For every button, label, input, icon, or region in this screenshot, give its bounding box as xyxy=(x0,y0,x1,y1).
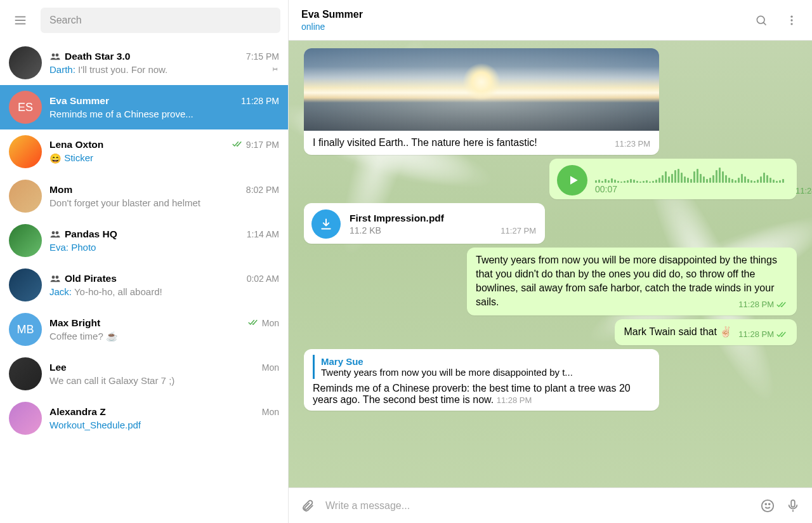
search-input[interactable] xyxy=(49,15,272,26)
paperclip-icon xyxy=(301,499,315,513)
avatar xyxy=(9,180,42,213)
avatar xyxy=(9,402,42,435)
message-voice[interactable]: 00:07 11:24 PM xyxy=(549,159,797,199)
sidebar-top xyxy=(0,0,288,41)
message-time: 11:28 PM xyxy=(497,395,532,405)
mic-button[interactable] xyxy=(785,498,801,513)
more-button[interactable] xyxy=(784,13,799,28)
svg-point-15 xyxy=(765,503,766,505)
chat-item[interactable]: LeeMonWe can call it Galaxy Star 7 ;) xyxy=(0,352,288,396)
chat-name: Max Bright xyxy=(49,317,100,329)
smile-icon xyxy=(761,499,775,513)
search-chat-button[interactable] xyxy=(754,13,769,28)
avatar xyxy=(9,268,42,301)
chat-item[interactable]: Lena Oxton9:17 PM😄 Sticker xyxy=(0,129,288,174)
chat-item[interactable]: Death Star 3.07:15 PMDarth: I'll trust y… xyxy=(0,41,288,85)
message-time: 11:28 PM xyxy=(738,329,774,340)
svg-point-4 xyxy=(56,53,59,56)
header-info[interactable]: Eva Summer online xyxy=(301,9,754,32)
emoji-button[interactable] xyxy=(760,498,775,513)
chat-preview: Workout_Shedule.pdf xyxy=(49,420,141,430)
file-download-button[interactable] xyxy=(311,209,341,239)
chat-item[interactable]: Alexandra ZMonWorkout_Shedule.pdf xyxy=(0,396,288,440)
read-checks-icon xyxy=(776,301,788,308)
svg-point-8 xyxy=(56,275,59,279)
chat-list[interactable]: Death Star 3.07:15 PMDarth: I'll trust y… xyxy=(0,41,288,523)
chat-name: Lena Oxton xyxy=(49,139,103,150)
avatar: ES xyxy=(9,91,42,124)
search-icon xyxy=(755,14,768,27)
read-checks-icon xyxy=(248,317,259,329)
reply-quote[interactable]: Mary Sue Twenty years from now you will … xyxy=(313,355,650,379)
chat-item[interactable]: Old Pirates0:02 AMJack: Yo-ho-ho, all ab… xyxy=(0,263,288,307)
message-body: Reminds me of a Chinese proverb: the bes… xyxy=(313,383,631,405)
svg-point-14 xyxy=(762,500,773,511)
chat-name: Eva Summer xyxy=(49,95,109,107)
chat-name: Mom xyxy=(49,184,72,195)
chat-time: 7:15 PM xyxy=(246,51,279,62)
chat-preview: 😄 Sticker xyxy=(49,152,93,164)
chat-time: 11:28 PM xyxy=(241,96,279,106)
chat-name: Lee xyxy=(49,362,67,373)
chat-time: 0:02 AM xyxy=(247,274,279,284)
chat-name: Pandas HQ xyxy=(65,228,117,240)
photo-attachment[interactable] xyxy=(304,48,659,131)
file-name: First Impression.pdf xyxy=(350,213,536,224)
svg-point-9 xyxy=(757,16,764,23)
search-box[interactable] xyxy=(41,8,280,33)
sidebar: Death Star 3.07:15 PMDarth: I'll trust y… xyxy=(0,0,289,523)
avatar xyxy=(9,357,42,390)
message-time: 11:24 PM xyxy=(796,186,812,195)
messages-area[interactable]: I finally visited Earth.. The nature her… xyxy=(289,41,812,487)
message-photo[interactable]: I finally visited Earth.. The nature her… xyxy=(304,48,659,155)
chat-preview: Darth: I'll trust you. For now. xyxy=(49,64,167,75)
file-size: 11.2 KB xyxy=(350,225,381,235)
chat-item[interactable]: Pandas HQ1:14 AMEva: Photo xyxy=(0,218,288,263)
chat-preview: Reminds me of a Chinese prove... xyxy=(49,109,193,119)
svg-point-13 xyxy=(790,23,792,25)
avatar xyxy=(9,224,42,257)
attach-button[interactable] xyxy=(300,498,315,513)
chat-item[interactable]: MBMax BrightMonCoffee time? ☕ xyxy=(0,307,288,352)
svg-point-3 xyxy=(52,53,55,56)
chat-name: Death Star 3.0 xyxy=(65,51,130,62)
message-file[interactable]: First Impression.pdf 11.2 KB 11:27 PM xyxy=(304,203,545,244)
chat-preview: Jack: Yo-ho-ho, all aboard! xyxy=(49,286,162,297)
svg-point-6 xyxy=(56,231,59,234)
chat-header[interactable]: Eva Summer online xyxy=(289,0,812,41)
voice-play-button[interactable] xyxy=(557,165,587,195)
read-checks-icon xyxy=(776,331,788,338)
avatar: MB xyxy=(9,313,42,346)
chat-item[interactable]: Mom8:02 PMDon't forget your blaster and … xyxy=(0,174,288,218)
group-icon xyxy=(49,52,61,61)
download-icon xyxy=(320,218,332,230)
message-reply[interactable]: Mary Sue Twenty years from now you will … xyxy=(304,349,659,411)
svg-rect-17 xyxy=(791,500,795,506)
message-body: Twenty years from now you will be more d… xyxy=(476,255,777,307)
chat-time: Mon xyxy=(262,407,279,417)
reply-author: Mary Sue xyxy=(321,356,650,367)
message-text[interactable]: Mark Twain said that ✌🏻 11:28 PM xyxy=(615,319,797,345)
menu-icon xyxy=(13,13,27,27)
svg-point-11 xyxy=(790,15,792,17)
read-checks-icon xyxy=(232,139,244,150)
message-time: 11:28 PM xyxy=(738,299,774,310)
message-text[interactable]: Twenty years from now you will be more d… xyxy=(467,248,797,315)
more-vertical-icon xyxy=(785,14,798,27)
menu-button[interactable] xyxy=(8,8,33,33)
svg-point-5 xyxy=(52,231,55,234)
voice-waveform[interactable] xyxy=(595,166,784,183)
header-actions xyxy=(754,13,799,28)
group-icon xyxy=(49,230,61,239)
message-time: 11:23 PM xyxy=(615,139,650,149)
header-status: online xyxy=(301,22,754,32)
play-icon xyxy=(567,174,580,187)
message-input[interactable] xyxy=(325,500,750,512)
header-contact-name: Eva Summer xyxy=(301,9,754,20)
main-panel: Eva Summer online I finally visited Eart… xyxy=(289,0,812,523)
chat-preview: Eva: Photo xyxy=(49,242,96,253)
chat-name: Old Pirates xyxy=(65,273,117,284)
chat-time: 8:02 PM xyxy=(246,185,279,195)
chat-preview: We can call it Galaxy Star 7 ;) xyxy=(49,375,174,386)
chat-item[interactable]: ESEva Summer11:28 PMReminds me of a Chin… xyxy=(0,85,288,129)
